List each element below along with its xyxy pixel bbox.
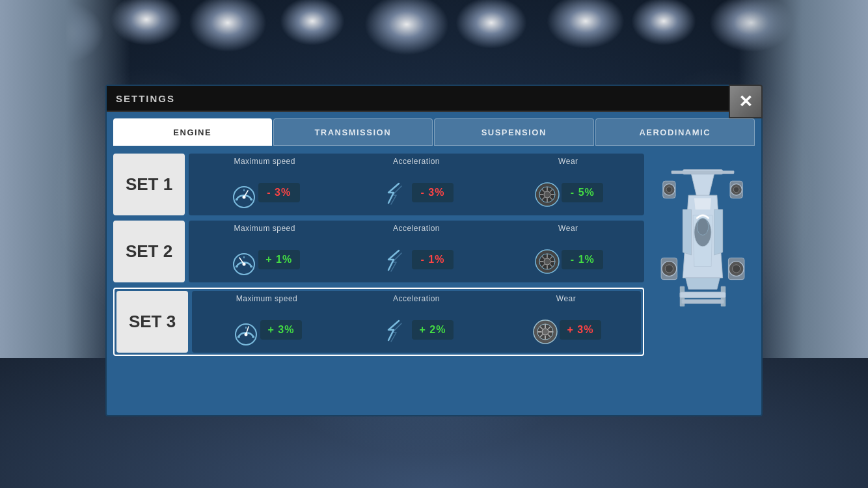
set-2-row[interactable]: SET 2 Maximum speed Acceleration Wear	[113, 221, 644, 282]
tab-aerodinamic[interactable]: AERODINAMIC	[595, 118, 755, 146]
svg-rect-52	[671, 170, 734, 173]
set-1-label: SET 1	[113, 154, 185, 215]
svg-point-56	[666, 187, 672, 193]
wheel-icon-1	[533, 180, 558, 205]
accel-icon-1	[379, 178, 408, 207]
set-2-headers: Maximum speed Acceleration Wear	[189, 221, 644, 236]
set-1-stats: Maximum speed Acceleration Wear	[189, 154, 644, 215]
set-2-accel-cell: - 1%	[340, 243, 492, 277]
set-1-header-accel: Acceleration	[340, 154, 492, 169]
modal-header: SETTINGS	[107, 86, 761, 112]
set-3-headers: Maximum speed Acceleration Wear	[192, 291, 641, 306]
svg-point-25	[544, 258, 550, 265]
light-7	[547, 0, 625, 49]
modal-title: SETTINGS	[116, 93, 175, 104]
set-3-header-accel: Acceleration	[342, 291, 491, 306]
tab-engine[interactable]: ENGINE	[113, 118, 272, 146]
svg-rect-70	[682, 299, 724, 303]
set-1-values: - 3% - 3%	[189, 169, 644, 215]
tab-transmission[interactable]: TRANSMISSION	[273, 118, 433, 146]
set-3-wear-cell: + 3%	[491, 315, 641, 345]
set-1-wear-cell: - 5%	[493, 178, 644, 208]
set-2-values: + 1% - 1%	[189, 236, 644, 282]
set-1-wear-badge: - 5%	[562, 183, 603, 202]
set-1-row[interactable]: SET 1 Maximum speed Acceleration Wear	[113, 154, 644, 215]
set-3-row-wrapper[interactable]: SET 3 Maximum speed Acceleration Wear	[113, 288, 644, 356]
svg-point-66	[733, 264, 740, 272]
wheel-icon-2	[533, 247, 558, 272]
set-2-header-accel: Acceleration	[340, 221, 492, 236]
set-1-header-wear: Wear	[493, 154, 644, 169]
set-1-header-speed: Maximum speed	[189, 154, 340, 169]
set-2-speed-badge: + 1%	[258, 250, 300, 269]
speedometer-icon-2	[230, 247, 254, 272]
set-3-accel-badge: + 2%	[412, 320, 454, 340]
svg-point-19	[242, 262, 245, 265]
speedometer-icon-3	[232, 318, 256, 342]
set-2-header-speed: Maximum speed	[189, 221, 340, 236]
light-6	[455, 0, 527, 49]
set-1-accel-cell: - 3%	[340, 176, 492, 210]
tabs-container: ENGINE TRANSMISSION SUSPENSION AERODINAM…	[107, 112, 761, 146]
set-2-accel-badge: - 1%	[412, 250, 454, 269]
svg-point-2	[242, 195, 245, 198]
set-1-speed-badge: - 3%	[258, 183, 300, 202]
close-button[interactable]: ✕	[729, 85, 763, 118]
set-3-header-speed: Maximum speed	[192, 291, 342, 306]
sets-area: SET 1 Maximum speed Acceleration Wear	[113, 154, 644, 356]
set-2-label: SET 2	[113, 221, 185, 282]
set-3-wear-badge: + 3%	[560, 320, 601, 340]
svg-point-36	[245, 332, 248, 336]
set-1-headers: Maximum speed Acceleration Wear	[189, 154, 644, 169]
set-3-accel-cell: + 2%	[342, 313, 491, 347]
car-area	[651, 154, 755, 356]
content-area: SET 1 Maximum speed Acceleration Wear	[107, 146, 761, 362]
close-icon: ✕	[739, 92, 753, 112]
set-2-stats: Maximum speed Acceleration Wear	[189, 221, 644, 282]
svg-point-8	[544, 191, 550, 198]
accel-icon-3	[379, 316, 408, 344]
accel-icon-2	[379, 245, 408, 274]
light-3	[189, 0, 267, 52]
set-3-stats: Maximum speed Acceleration Wear	[192, 291, 641, 353]
set-2-header-wear: Wear	[493, 221, 644, 236]
set-2-wear-cell: - 1%	[493, 245, 644, 275]
set-2-wear-badge: - 1%	[562, 250, 603, 269]
set-3-header-wear: Wear	[491, 291, 641, 306]
set-3-label: SET 3	[116, 291, 188, 353]
svg-point-42	[542, 329, 549, 335]
set-3-speed-badge: + 3%	[260, 320, 302, 340]
speedometer-icon-1	[230, 180, 254, 205]
set-3-row: SET 3 Maximum speed Acceleration Wear	[116, 291, 641, 353]
car-image	[654, 164, 752, 346]
light-5	[364, 0, 449, 55]
settings-modal: SETTINGS ✕ ENGINE TRANSMISSION SUSPENSIO…	[105, 85, 763, 416]
svg-point-64	[665, 264, 673, 272]
light-4	[280, 0, 345, 46]
svg-point-58	[733, 187, 739, 193]
set-2-speed-cell: + 1%	[189, 245, 340, 275]
set-1-speed-cell: - 3%	[189, 178, 340, 208]
light-8	[631, 0, 696, 46]
svg-rect-69	[680, 291, 726, 297]
tab-suspension[interactable]: SUSPENSION	[434, 118, 594, 146]
wheel-icon-3	[531, 318, 556, 342]
set-1-accel-badge: - 3%	[412, 183, 454, 202]
set-3-values: + 3% + 2%	[192, 306, 641, 353]
set-3-speed-cell: + 3%	[192, 315, 342, 345]
